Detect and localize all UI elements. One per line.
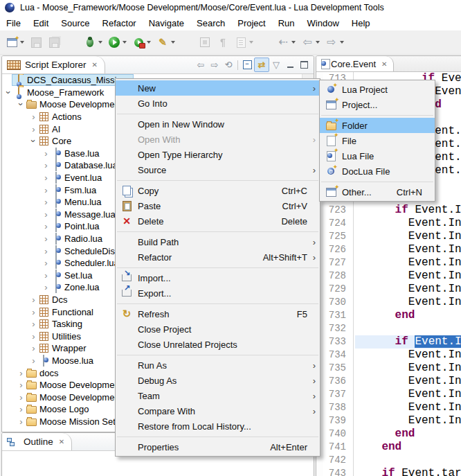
chevron-right-icon[interactable]: › [42, 161, 50, 170]
menubar-item-file[interactable]: File [0, 17, 27, 30]
menu-item-lua-project[interactable]: Lua Project [320, 82, 435, 97]
chevron-right-icon[interactable]: › [17, 405, 25, 414]
chevron-down-icon[interactable]: › [17, 100, 26, 108]
view-menu-button[interactable]: ▽ [269, 58, 283, 71]
chevron-right-icon[interactable]: › [42, 234, 50, 243]
chevron-right-icon[interactable]: › [42, 173, 50, 182]
debug-button[interactable] [82, 35, 104, 50]
show-whitespace-button[interactable]: ¶ [215, 35, 230, 50]
mark-occurrences-button[interactable] [197, 35, 213, 50]
code-line[interactable]: end [355, 427, 461, 441]
chevron-right-icon[interactable]: › [42, 186, 50, 195]
chevron-right-icon[interactable]: › [30, 125, 37, 134]
code-line[interactable]: Event.IniTypeName = Event.IniDCSStatic:g… [355, 414, 461, 427]
code-line[interactable]: Event.IniDCSGroup = Event.IniDCSUnit:get… [355, 256, 461, 270]
code-line[interactable]: Event.IniUnitName = Event.IniDCSUnitName [355, 243, 461, 256]
menu-item-doclua-file[interactable]: @DocLua File [320, 164, 435, 179]
code-line[interactable]: Event.IniStaticName = Event.IniDCSStatic… [355, 375, 461, 388]
menubar-item-source[interactable]: Source [55, 17, 96, 30]
code-line[interactable]: Event.IniTypeName = Event.IniDCSUnit:get… [355, 296, 461, 309]
code-line[interactable] [355, 454, 461, 467]
chevron-right-icon[interactable]: › [42, 149, 50, 158]
chevron-down-icon[interactable]: › [4, 89, 13, 96]
chevron-right-icon[interactable]: › [30, 319, 37, 328]
menubar-item-window[interactable]: Window [301, 17, 345, 30]
menu-item-copy[interactable]: CopyCtrl+C [116, 183, 320, 198]
chevron-right-icon[interactable]: › [17, 369, 25, 378]
menubar-item-help[interactable]: Help [345, 17, 377, 30]
menu-item-new[interactable]: New› [116, 80, 320, 96]
menubar-item-project[interactable]: Project [231, 17, 271, 30]
new-wizard-button[interactable] [4, 35, 26, 50]
chevron-right-icon[interactable]: › [42, 271, 50, 280]
chevron-right-icon[interactable]: › [30, 295, 37, 304]
menu-item-lua-file[interactable]: Lua File [320, 148, 435, 164]
menu-item-open-type-hierarchy[interactable]: Open Type Hierarchy [116, 147, 320, 162]
code-line[interactable]: if Event.IniObjectCategory == Object.Cat… [355, 335, 461, 349]
menubar-item-run[interactable]: Run [272, 17, 301, 30]
menu-item-build-path[interactable]: Build Path› [116, 234, 320, 249]
save-all-button[interactable] [46, 35, 62, 50]
collapse-all-button[interactable]: − [240, 58, 254, 71]
tab-script-explorer[interactable]: Script Explorer ✕ [2, 56, 105, 73]
menubar-item-navigate[interactable]: Navigate [143, 17, 190, 30]
menu-item-refresh[interactable]: ↻RefreshF5 [116, 306, 320, 321]
close-icon[interactable]: ✕ [381, 60, 387, 68]
menu-item-import[interactable]: Import... [116, 270, 320, 285]
chevron-down-icon[interactable]: › [29, 137, 38, 145]
code-line[interactable]: Event.IniDCSStatic = Event.initiator [355, 349, 461, 362]
close-icon[interactable]: ✕ [59, 438, 64, 446]
dropdown-arrow-icon[interactable] [291, 41, 296, 44]
menu-item-open-in-new-window[interactable]: Open in New Window [116, 116, 320, 132]
menu-item-project[interactable]: Project... [320, 97, 435, 112]
menu-item-delete[interactable]: ✕DeleteDelete [116, 213, 320, 229]
chevron-right-icon[interactable]: › [17, 393, 25, 402]
maximize-button[interactable] [297, 58, 311, 71]
chevron-right-icon[interactable]: › [42, 210, 50, 219]
chevron-right-icon[interactable]: › [30, 332, 37, 341]
forward-button[interactable]: ⇨ [324, 35, 345, 50]
code-line[interactable]: end [355, 441, 461, 454]
forward-button[interactable]: ⇨ [208, 58, 222, 71]
chevron-right-icon[interactable]: › [30, 112, 37, 121]
chevron-right-icon[interactable]: › [42, 283, 50, 292]
menu-item-go-into[interactable]: Go Into [116, 96, 320, 111]
chevron-right-icon[interactable]: › [17, 380, 25, 389]
menu-item-restore-from-local-history[interactable]: Restore from Local History... [116, 418, 320, 434]
menu-item-other[interactable]: Other...Ctrl+N [320, 184, 435, 200]
code-line[interactable]: Event.IniDCSStaticName = Event.IniDCSSta… [355, 362, 461, 375]
code-line[interactable]: Event.IniUnit = UNIT:FindByName( Event.I… [355, 270, 461, 283]
minimize-button[interactable] [283, 58, 297, 71]
chevron-right-icon[interactable]: › [17, 417, 25, 426]
close-icon[interactable]: ✕ [92, 61, 98, 69]
code-line[interactable] [355, 322, 461, 335]
code-line[interactable]: Event.IniCategory = Event.IniDCSUnit:get… [355, 283, 461, 296]
dropdown-arrow-icon[interactable] [340, 41, 344, 44]
menu-item-source[interactable]: Source› [116, 162, 320, 177]
code-line[interactable]: Event.IniDCSUnitName = Event.IniDCSUnit:… [355, 230, 461, 243]
dropdown-arrow-icon[interactable] [316, 41, 320, 44]
tab-outline[interactable]: Outline ✕ [2, 433, 72, 450]
tab-core-event[interactable]: Core.Event ✕ [316, 56, 394, 71]
chevron-right-icon[interactable]: › [42, 247, 50, 256]
menu-item-properties[interactable]: PropertiesAlt+Enter [116, 439, 320, 455]
dropdown-arrow-icon[interactable] [171, 41, 175, 44]
last-edit-location-button[interactable]: ⇠ [275, 35, 297, 50]
dropdown-arrow-icon[interactable] [123, 41, 127, 44]
chevron-right-icon[interactable]: › [42, 197, 50, 206]
save-button[interactable] [28, 35, 44, 50]
menu-item-run-as[interactable]: Run As› [116, 358, 320, 373]
code-line[interactable]: end [355, 309, 461, 322]
run-coverage-button[interactable] [131, 35, 152, 50]
back-button[interactable]: ⇦ [300, 35, 321, 50]
chevron-right-icon[interactable]: › [30, 308, 37, 317]
up-button[interactable]: ⟲ [222, 58, 235, 71]
menu-item-debug-as[interactable]: Debug As› [116, 373, 320, 388]
chevron-right-icon[interactable]: › [30, 356, 37, 365]
menu-item-export[interactable]: Export... [116, 285, 320, 301]
menu-item-refactor[interactable]: RefactorAlt+Shift+T› [116, 249, 320, 265]
menu-item-team[interactable]: Team› [116, 388, 320, 403]
code-line[interactable]: Event.IniStatic = STATIC:FindByName( Eve… [355, 388, 461, 401]
dropdown-arrow-icon[interactable] [20, 41, 24, 44]
dropdown-arrow-icon[interactable] [98, 41, 102, 44]
